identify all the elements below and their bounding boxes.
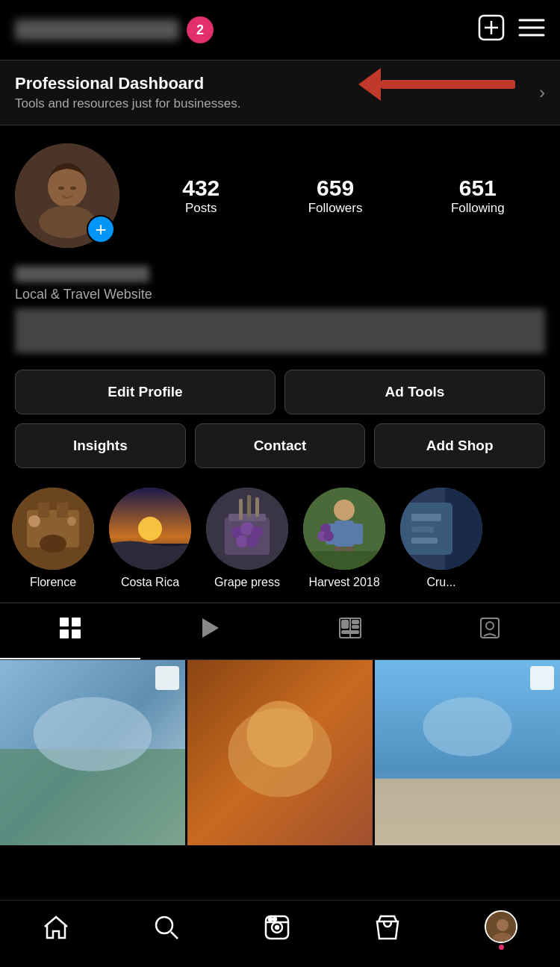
svg-rect-49 [60, 618, 69, 626]
grid-icon [59, 617, 81, 644]
svg-rect-48 [411, 538, 438, 544]
ad-tools-button[interactable]: Ad Tools [284, 370, 545, 414]
svg-point-28 [246, 535, 258, 547]
highlight-costarica-label: Costa Rica [121, 576, 179, 589]
btn-row-1: Edit Profile Ad Tools [15, 370, 545, 414]
posts-stat[interactable]: 432 Posts [182, 175, 220, 216]
posts-label: Posts [185, 201, 217, 216]
highlight-harvest-label: Harvest 2018 [308, 576, 379, 589]
highlight-cru[interactable]: Cru... [400, 488, 482, 589]
tab-tagged[interactable] [420, 603, 561, 659]
nav-home[interactable] [43, 915, 69, 946]
svg-rect-14 [57, 503, 68, 517]
highlight-grapepress-circle [206, 488, 288, 570]
highlight-grapepress[interactable]: Grape press [206, 488, 288, 589]
arrow-annotation [360, 68, 515, 101]
svg-point-77 [269, 918, 272, 921]
svg-rect-60 [481, 618, 499, 638]
action-buttons: Edit Profile Ad Tools Insights Contact A… [0, 359, 560, 479]
svg-point-61 [486, 622, 494, 629]
svg-point-71 [156, 917, 172, 933]
svg-point-75 [276, 926, 279, 929]
svg-point-19 [138, 517, 162, 541]
edit-profile-button[interactable]: Edit Profile [15, 370, 276, 414]
highlight-cru-label: Cru... [426, 576, 455, 589]
svg-marker-53 [202, 618, 219, 638]
svg-rect-29 [239, 499, 243, 520]
avatar-wrap[interactable]: + [15, 143, 119, 248]
svg-point-9 [58, 187, 64, 190]
nav-profile[interactable] [485, 910, 517, 950]
following-stat[interactable]: 651 Following [451, 175, 505, 216]
highlight-costarica[interactable]: Costa Rica [109, 488, 191, 589]
svg-rect-46 [411, 514, 441, 521]
top-navigation: 2 [0, 0, 560, 60]
highlight-florence-circle [12, 488, 94, 570]
svg-rect-69 [375, 779, 560, 845]
highlight-florence[interactable]: Florence [12, 488, 94, 589]
bio-section: Local & Travel Website [0, 257, 560, 359]
profile-section: + 432 Posts 659 Followers 651 Following [0, 125, 560, 257]
svg-point-67 [246, 701, 313, 768]
menu-icon[interactable] [518, 17, 545, 43]
arrow-shaft [381, 80, 515, 89]
magazine-icon [339, 618, 361, 644]
following-label: Following [451, 201, 505, 216]
svg-point-41 [323, 531, 334, 541]
highlights-section: Florence Costa Rica [0, 479, 560, 598]
svg-point-64 [34, 697, 152, 771]
add-post-icon[interactable] [478, 14, 505, 46]
bio-name-blur [15, 266, 149, 282]
home-icon [43, 915, 69, 946]
highlight-cru-circle [400, 488, 482, 570]
grid-photo-2[interactable] [187, 660, 373, 845]
svg-point-78 [273, 918, 276, 921]
svg-point-27 [236, 535, 248, 547]
insights-button[interactable]: Insights [15, 423, 186, 468]
svg-rect-57 [352, 621, 358, 624]
add-photo-button[interactable]: + [87, 215, 115, 243]
nav-reels[interactable] [264, 915, 290, 946]
followers-stat[interactable]: 659 Followers [308, 175, 363, 216]
tab-igtv[interactable] [280, 603, 420, 659]
svg-rect-42 [303, 551, 385, 570]
svg-point-17 [67, 517, 76, 526]
highlight-costarica-circle [109, 488, 191, 570]
svg-line-72 [171, 932, 178, 939]
nav-search[interactable] [154, 915, 179, 946]
svg-rect-56 [342, 621, 348, 628]
svg-rect-31 [255, 497, 259, 517]
bio-category: Local & Travel Website [15, 287, 545, 302]
reels-icon [264, 915, 290, 946]
pro-dashboard-banner[interactable]: Professional Dashboard Tools and resourc… [0, 60, 560, 125]
pro-dashboard-subtitle: Tools and resources just for businesses. [15, 96, 240, 111]
svg-rect-47 [411, 526, 434, 532]
following-count: 651 [459, 175, 497, 201]
grid-photo-3[interactable] [375, 660, 560, 845]
svg-rect-13 [38, 503, 49, 517]
followers-label: Followers [308, 201, 363, 216]
chevron-right-icon: › [539, 82, 545, 103]
search-icon [154, 915, 179, 946]
add-shop-button[interactable]: Add Shop [374, 423, 545, 468]
play-icon [199, 617, 220, 644]
svg-point-15 [40, 535, 66, 553]
nav-shop[interactable] [375, 915, 400, 946]
highlight-florence-label: Florence [30, 576, 76, 589]
notification-badge[interactable]: 2 [187, 16, 214, 43]
profile-top: + 432 Posts 659 Followers 651 Following [15, 143, 545, 248]
grid-photo-1[interactable] [0, 660, 185, 845]
contact-button[interactable]: Contact [195, 423, 366, 468]
highlight-harvest[interactable]: Harvest 2018 [303, 488, 385, 589]
svg-point-80 [497, 919, 508, 931]
btn-row-2: Insights Contact Add Shop [15, 423, 545, 468]
bottom-navigation [0, 900, 560, 967]
pro-dashboard-title: Professional Dashboard [15, 74, 240, 93]
profile-avatar-nav [485, 910, 517, 943]
shop-icon [375, 915, 400, 946]
stats-row: 432 Posts 659 Followers 651 Following [142, 175, 545, 216]
arrow-head [358, 68, 381, 101]
tab-posts[interactable] [0, 603, 140, 659]
tab-reels[interactable] [140, 603, 281, 659]
svg-point-33 [334, 500, 355, 520]
